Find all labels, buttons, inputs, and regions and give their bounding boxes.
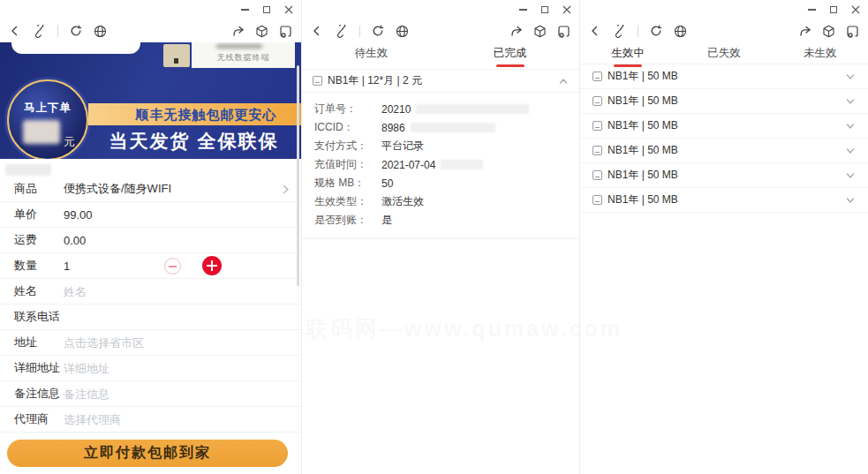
page-tab-shape <box>11 42 140 54</box>
order-card: NB1年 | 12*月 | 2 元 订单号： 20210 ICCID： 8986 <box>302 69 579 239</box>
promo-banner: 无线数据终端 马上下单 元 顺丰无接触包邮更安心 当天发货 全保联保 <box>0 42 301 159</box>
form-row-remark[interactable]: 备注信息 <box>0 381 301 407</box>
card-list-item[interactable]: NB1年 | 50 MB <box>580 114 868 139</box>
chevron-down-icon <box>845 146 856 156</box>
product-photo-card: 无线数据终端 <box>192 42 295 68</box>
form-row-agent[interactable]: 代理商 <box>0 407 301 433</box>
toolbar <box>580 19 868 42</box>
link-icon[interactable] <box>335 25 348 38</box>
form-row-address-detail[interactable]: 详细地址 <box>0 356 301 381</box>
censored-order-number <box>416 104 529 114</box>
phone-input[interactable] <box>64 311 287 324</box>
minimize-button[interactable] <box>239 4 250 15</box>
tab-inactive[interactable]: 未生效 <box>772 42 868 64</box>
close-button[interactable] <box>562 4 572 15</box>
titlebar <box>0 0 301 19</box>
address-input[interactable] <box>64 336 287 350</box>
form-row-product[interactable]: 商品 便携式设备/随身WIFI <box>0 177 301 202</box>
share-icon[interactable] <box>509 25 523 38</box>
card-icon <box>593 71 602 81</box>
cube-icon[interactable] <box>533 25 547 38</box>
tab-active[interactable]: 生效中 <box>580 42 676 64</box>
product-photo <box>163 44 190 67</box>
cards-page: 生效中 已失效 未生效 NB1年 | 50 MB NB1年 <box>580 42 868 474</box>
banner-ribbon: 顺丰无接触包邮更安心 <box>88 103 301 125</box>
minimize-button[interactable] <box>517 4 528 15</box>
chevron-down-icon <box>845 71 856 82</box>
close-button[interactable] <box>283 4 294 15</box>
globe-icon[interactable] <box>396 25 409 38</box>
quantity-plus-button[interactable] <box>202 256 222 275</box>
floating-window-icon[interactable] <box>279 25 292 38</box>
chevron-up-icon <box>558 76 569 87</box>
form-row-phone[interactable]: 联系电话 <box>0 305 301 330</box>
order-now-badge: 马上下单 元 <box>7 79 88 159</box>
globe-icon[interactable] <box>674 25 687 38</box>
badge-unit: 元 <box>64 134 75 150</box>
address-detail-input[interactable] <box>64 362 287 375</box>
form-row-address[interactable]: 地址 <box>0 330 301 356</box>
active-tab-underline <box>496 64 525 67</box>
detail-row-recharge-time: 充值时间： 2021-07-04 <box>302 155 579 174</box>
detail-row-effect-type: 生效类型： 激活生效 <box>302 192 579 211</box>
share-icon[interactable] <box>231 25 245 38</box>
card-list-item[interactable]: NB1年 | 50 MB <box>580 89 868 114</box>
remark-input[interactable] <box>64 387 287 401</box>
back-icon[interactable] <box>311 25 323 37</box>
minimize-button[interactable] <box>806 4 817 15</box>
form-row-price: 单价 99.00 <box>0 202 301 228</box>
toolbar <box>302 19 579 42</box>
cube-icon[interactable] <box>822 25 835 38</box>
pay-button[interactable]: 立即付款包邮到家 <box>7 440 288 467</box>
card-icon <box>593 121 602 131</box>
link-icon[interactable] <box>613 25 626 38</box>
tab-completed[interactable]: 已完成 <box>441 42 579 64</box>
back-icon[interactable] <box>589 25 601 37</box>
chevron-down-icon <box>845 96 856 107</box>
maximize-button[interactable] <box>828 4 839 15</box>
censored-time <box>441 160 483 169</box>
detail-row-order-no: 订单号： 20210 <box>302 100 579 118</box>
form-row-name[interactable]: 姓名 <box>0 279 301 305</box>
censored-price <box>23 120 60 144</box>
close-button[interactable] <box>850 4 861 15</box>
refresh-icon[interactable] <box>70 25 82 37</box>
order-card-header[interactable]: NB1年 | 12*月 | 2 元 <box>302 69 579 93</box>
maximize-button[interactable] <box>540 4 550 15</box>
tab-expired[interactable]: 已失效 <box>676 42 773 64</box>
card-icon <box>593 96 602 106</box>
order-title: NB1年 | 12*月 | 2 元 <box>328 73 422 88</box>
card-list-item[interactable]: NB1年 | 50 MB <box>580 139 868 163</box>
card-list-item[interactable]: NB1年 | 50 MB <box>580 163 868 188</box>
refresh-icon[interactable] <box>650 25 662 37</box>
censored-iccid <box>411 123 495 132</box>
name-input[interactable] <box>64 285 287 298</box>
floating-window-icon[interactable] <box>846 25 859 38</box>
card-list-item[interactable]: NB1年 | 50 MB <box>580 188 868 213</box>
tab-pending[interactable]: 待生效 <box>302 42 441 64</box>
order-status-tabs: 待生效 已完成 <box>302 42 579 64</box>
window-orders: 待生效 已完成 NB1年 | 12*月 | 2 元 订单号： 20210 <box>301 0 579 474</box>
titlebar <box>302 0 579 19</box>
maximize-button[interactable] <box>261 4 272 15</box>
card-list: NB1年 | 50 MB NB1年 | 50 MB NB1年 | 50 MB N… <box>580 64 868 213</box>
chevron-right-icon <box>281 184 291 194</box>
refresh-icon[interactable] <box>372 25 384 37</box>
orders-page: 待生效 已完成 NB1年 | 12*月 | 2 元 订单号： 20210 <box>302 42 579 474</box>
window-cards: 生效中 已失效 未生效 NB1年 | 50 MB NB1年 <box>579 0 868 474</box>
agent-input[interactable] <box>64 413 287 426</box>
link-icon[interactable] <box>33 25 46 38</box>
share-icon[interactable] <box>798 25 811 38</box>
back-icon[interactable] <box>9 25 21 37</box>
quantity-minus-button[interactable] <box>164 258 181 275</box>
card-list-item[interactable]: NB1年 | 50 MB <box>580 64 868 89</box>
card-icon <box>593 195 602 205</box>
floating-window-icon[interactable] <box>557 25 570 38</box>
card-status-tabs: 生效中 已失效 未生效 <box>580 42 868 64</box>
product-card-label: 无线数据终端 <box>192 52 295 64</box>
active-tab-underline <box>614 64 642 67</box>
cube-icon[interactable] <box>255 25 268 38</box>
scrollbar[interactable] <box>297 65 299 286</box>
detail-row-spec: 规格 MB： 50 <box>302 174 579 192</box>
globe-icon[interactable] <box>94 25 107 38</box>
